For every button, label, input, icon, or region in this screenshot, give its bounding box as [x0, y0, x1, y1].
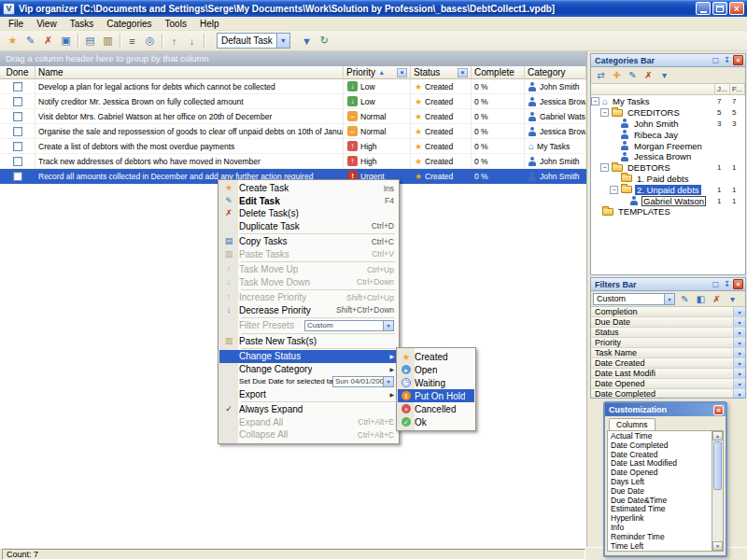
- chevron-down-icon[interactable]: ▾: [733, 348, 745, 357]
- done-checkbox[interactable]: [13, 97, 22, 106]
- new-task-icon[interactable]: ★: [4, 33, 21, 49]
- filter-icon[interactable]: ▼: [458, 68, 468, 77]
- menu-item-filter-presets[interactable]: Filter PresetsCustom▾: [219, 319, 398, 332]
- menu-item-create-task[interactable]: ★Create TaskIns: [219, 182, 398, 195]
- chevron-down-icon[interactable]: ▾: [733, 328, 745, 337]
- close-icon[interactable]: ×: [713, 405, 724, 415]
- tree-node-ribeca-jay[interactable]: Ribeca Jay: [591, 129, 745, 140]
- count-column-header[interactable]: J...: [715, 84, 730, 94]
- minimize-button[interactable]: [696, 2, 711, 15]
- menu-view[interactable]: View: [30, 17, 63, 31]
- tab-columns[interactable]: Columns: [609, 418, 655, 430]
- tree-node-jessica-brown[interactable]: Jessica Brown: [591, 151, 745, 162]
- chevron-down-icon[interactable]: ▾: [733, 389, 745, 399]
- duplicate-task-icon[interactable]: ▣: [57, 33, 75, 49]
- filter-row-priority[interactable]: Priority▾: [591, 338, 745, 348]
- print-icon[interactable]: ≡: [123, 33, 141, 49]
- column-header-complete[interactable]: Complete: [472, 66, 525, 78]
- tree-node-morgan-freemen[interactable]: Morgan Freemen: [591, 140, 745, 151]
- clear-filter-icon[interactable]: ◧: [693, 292, 709, 306]
- menu-item-expand-all[interactable]: Expand AllCtrl+Alt+E: [219, 416, 398, 429]
- move-up-icon[interactable]: ↑: [165, 33, 183, 49]
- done-checkbox[interactable]: [13, 142, 22, 151]
- task-type-combobox[interactable]: Default Task ▾: [217, 33, 290, 49]
- customization-item[interactable]: Hyperlink: [608, 514, 712, 524]
- menu-item-duplicate-task[interactable]: Duplicate TaskCtrl+D: [219, 220, 398, 233]
- filter-row-date-last-modifi[interactable]: Date Last Modifi▾: [591, 369, 745, 379]
- filter-row-completion[interactable]: Completion▾: [591, 307, 745, 317]
- submenu-item-put-on-hold[interactable]: ‖Put On Hold: [398, 389, 474, 402]
- done-checkbox[interactable]: [13, 112, 22, 121]
- move-down-icon[interactable]: ↓: [183, 33, 201, 49]
- move-to-category-icon[interactable]: ⇄: [593, 68, 609, 82]
- count-column-header[interactable]: F...: [730, 84, 745, 94]
- column-header-done[interactable]: Done: [0, 66, 35, 78]
- find-icon[interactable]: ◎: [141, 33, 159, 49]
- maximize-button[interactable]: [712, 2, 727, 15]
- new-category-icon[interactable]: ✚: [609, 68, 625, 82]
- menu-item-change-category[interactable]: Change Category▶: [219, 363, 398, 376]
- submenu-item-waiting[interactable]: ◷Waiting: [398, 376, 474, 389]
- pin-icon[interactable]: ↧: [722, 55, 732, 65]
- paste-icon[interactable]: ▥: [99, 33, 117, 49]
- tree-node-2-unpaid-debts[interactable]: −2. Unpaid debts11: [591, 184, 745, 195]
- tree-node-1-paid-debts[interactable]: 1. Paid debts: [591, 174, 745, 185]
- filter-row-date-completed[interactable]: Date Completed▾: [591, 389, 745, 399]
- customization-item[interactable]: Info: [608, 524, 712, 533]
- close-filter-icon[interactable]: ✗: [709, 292, 725, 306]
- edit-task-icon[interactable]: ✎: [21, 33, 39, 49]
- column-header-name[interactable]: Name: [35, 66, 344, 78]
- menu-item-task-move-up[interactable]: ↑Task Move UpCtrl+Up: [219, 263, 398, 276]
- scrollbar-track[interactable]: [712, 441, 723, 541]
- filter-row-task-name[interactable]: Task Name▾: [591, 348, 745, 358]
- filter-preset-combobox[interactable]: Custom ▾: [593, 293, 675, 305]
- scroll-up-icon[interactable]: ▲: [712, 431, 723, 441]
- menu-item-always-expand[interactable]: ✓Always Expand: [219, 403, 398, 416]
- scrollbar[interactable]: ▲ ▼: [712, 431, 723, 551]
- float-panel-icon[interactable]: ▢: [711, 279, 721, 289]
- customization-item[interactable]: Date Opened: [608, 469, 712, 478]
- menu-inline-dropdown[interactable]: Sun 04/01/2009▾: [332, 376, 394, 387]
- scroll-down-icon[interactable]: ▼: [712, 541, 723, 551]
- group-by-bar[interactable]: Drag a column header here to group by th…: [0, 51, 586, 66]
- menu-item-increase-priority[interactable]: ↑Increase PriorityShift+Ctrl+Up: [219, 291, 398, 304]
- customization-item[interactable]: Time Left: [608, 542, 712, 551]
- chevron-down-icon[interactable]: ▾: [733, 358, 745, 368]
- done-checkbox[interactable]: [13, 127, 22, 136]
- filters-menu-icon[interactable]: ▾: [725, 292, 740, 306]
- task-row[interactable]: Create a list of debtors with the most o…: [0, 139, 586, 154]
- categories-menu-icon[interactable]: ▾: [656, 68, 672, 82]
- submenu-item-ok[interactable]: ✓Ok: [398, 415, 474, 428]
- pin-icon[interactable]: ↧: [722, 279, 732, 289]
- tree-expander-icon[interactable]: −: [591, 97, 599, 105]
- menu-item-collapse-all[interactable]: Collapse AllCtrl+Alt+C: [219, 428, 398, 441]
- menu-item-change-status[interactable]: Change Status▶: [219, 350, 398, 363]
- submenu-item-open[interactable]: ▸Open: [398, 363, 474, 376]
- customization-item[interactable]: Days Left: [608, 478, 712, 487]
- float-panel-icon[interactable]: ▢: [711, 55, 721, 65]
- menu-item-copy-tasks[interactable]: ▤Copy TasksCtrl+C: [219, 235, 398, 248]
- menu-item-decrease-priority[interactable]: ↓Decrease PriorityShift+Ctrl+Down: [219, 304, 398, 317]
- customization-item[interactable]: Actual Time: [608, 432, 712, 441]
- task-row[interactable]: Track new addresses of debtors who have …: [0, 154, 586, 169]
- tree-node-john-smith[interactable]: John Smith33: [591, 119, 745, 130]
- chevron-down-icon[interactable]: ▾: [733, 379, 745, 388]
- chevron-down-icon[interactable]: ▾: [733, 338, 745, 347]
- copy-icon[interactable]: ▤: [81, 33, 99, 49]
- menu-tools[interactable]: Tools: [159, 17, 193, 31]
- edit-filter-icon[interactable]: ✎: [677, 292, 693, 306]
- customization-item[interactable]: Due Date&Time: [608, 497, 712, 506]
- filter-row-due-date[interactable]: Due Date▾: [591, 317, 745, 328]
- filter-row-date-opened[interactable]: Date Opened▾: [591, 379, 745, 389]
- tree-node-gabriel-watson[interactable]: Gabriel Watson11: [591, 195, 745, 206]
- close-button[interactable]: ×: [729, 2, 744, 15]
- customization-item[interactable]: Date Completed: [608, 441, 712, 451]
- customization-item[interactable]: Date Last Modified: [608, 459, 712, 469]
- menu-item-delete-task-s[interactable]: ✗Delete Task(s): [219, 207, 398, 220]
- menu-inline-dropdown[interactable]: Custom▾: [304, 320, 394, 331]
- chevron-down-icon[interactable]: ▾: [733, 317, 745, 327]
- customization-item[interactable]: Estimated Time: [608, 505, 712, 514]
- filter-icon[interactable]: ▼: [298, 33, 316, 49]
- customization-title-bar[interactable]: Customization ×: [605, 403, 726, 416]
- close-icon[interactable]: ×: [733, 55, 743, 65]
